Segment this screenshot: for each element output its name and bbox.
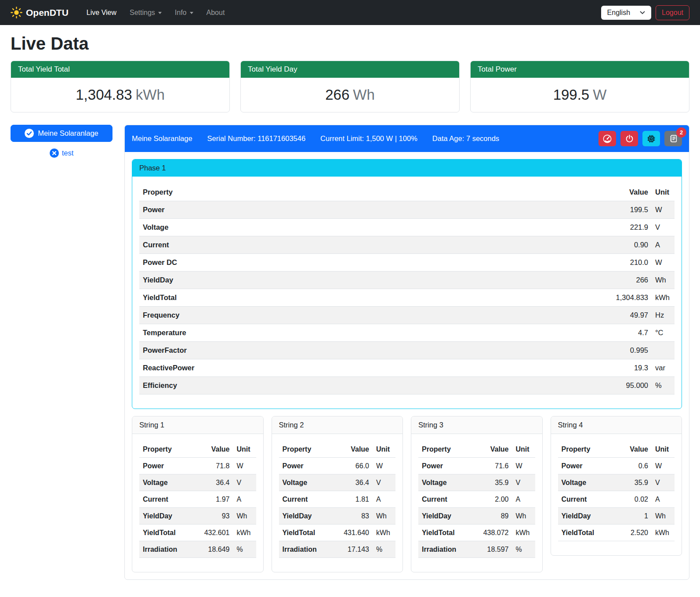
nav-about-label: About <box>207 9 225 16</box>
value-cell: 36.4 <box>331 474 373 491</box>
language-select[interactable]: English <box>601 6 651 20</box>
unit-cell: W <box>512 458 535 474</box>
unit-cell: A <box>233 491 256 508</box>
table-row: PowerFactor0.995 <box>139 342 675 359</box>
value-cell: 71.8 <box>192 458 233 474</box>
unit-cell: V <box>512 474 535 491</box>
column-unit: Unit <box>233 441 256 458</box>
unit-cell: A <box>512 491 535 508</box>
stat-title: Total Yield Day <box>241 61 459 78</box>
value-cell: 93 <box>192 508 233 525</box>
property-cell: YieldTotal <box>139 525 192 541</box>
table-row: Voltage36.4V <box>139 474 256 491</box>
table-header-row: Property Value Unit <box>139 441 256 458</box>
chevron-down-icon <box>640 11 645 14</box>
property-cell: Power <box>279 458 332 474</box>
inverter-data-age: Data Age: 7 seconds <box>432 134 499 143</box>
value-cell: 18.649 <box>192 541 233 558</box>
string-card-2: String 2 Property Value Unit <box>272 416 403 572</box>
property-cell: YieldTotal <box>279 525 332 541</box>
inverter-serial: Serial Number: 116171603546 <box>207 134 306 143</box>
nav-info-label: Info <box>175 9 187 16</box>
language-value: English <box>607 9 630 17</box>
unit-cell: A <box>652 491 675 508</box>
nav-settings[interactable]: Settings <box>123 5 168 20</box>
phase-title: Phase 1 <box>132 159 682 177</box>
stat-card-total-yield-total: Total Yield Total 1,304.83kWh <box>11 61 230 112</box>
unit-cell: V <box>652 219 675 236</box>
value-cell: 1 <box>615 508 652 525</box>
value-cell: 0.995 <box>446 342 652 359</box>
table-row: Irradiation18.649% <box>139 541 256 558</box>
table-row: YieldTotal438.072kWh <box>418 525 535 541</box>
unit-cell: kWh <box>652 289 675 307</box>
column-property: Property <box>558 441 615 458</box>
event-log-button[interactable]: 2 <box>664 131 682 146</box>
column-property: Property <box>418 441 471 458</box>
inverter-item-test[interactable]: test <box>11 148 112 158</box>
column-value: Value <box>615 441 652 458</box>
property-cell: YieldTotal <box>558 525 615 541</box>
column-value: Value <box>446 184 652 201</box>
column-value: Value <box>192 441 233 458</box>
nav-live-view[interactable]: Live View <box>80 5 123 20</box>
property-cell: Current <box>418 491 471 508</box>
nav-info[interactable]: Info <box>168 5 200 20</box>
power-button[interactable] <box>620 131 638 146</box>
unit-cell: kWh <box>373 525 395 541</box>
unit-cell: W <box>652 254 675 271</box>
value-cell: 19.3 <box>446 359 652 377</box>
table-row: YieldDay1Wh <box>558 508 675 525</box>
table-row: Efficiency95.000% <box>139 377 675 394</box>
property-cell: YieldDay <box>139 271 446 289</box>
unit-cell: V <box>373 474 395 491</box>
inverter-select-button[interactable]: Meine Solaranlage <box>11 125 112 142</box>
table-row: Voltage221.9V <box>139 219 675 236</box>
inverter-select-label: Meine Solaranlage <box>38 129 98 137</box>
value-cell: 17.143 <box>331 541 373 558</box>
column-unit: Unit <box>652 441 675 458</box>
property-cell: YieldDay <box>558 508 615 525</box>
sun-icon <box>11 7 22 18</box>
stats-row: Total Yield Total 1,304.83kWh Total Yiel… <box>11 61 689 112</box>
string-title: String 2 <box>272 416 403 434</box>
table-row: Power0.6W <box>558 458 675 474</box>
inverter-card: Meine Solaranlage Serial Number: 1161716… <box>124 125 689 580</box>
property-cell: Power <box>418 458 471 474</box>
value-cell: 2.00 <box>471 491 512 508</box>
unit-cell: W <box>373 458 395 474</box>
table-row: Power DC210.0W <box>139 254 675 271</box>
property-cell: YieldTotal <box>418 525 471 541</box>
unit-cell: % <box>512 541 535 558</box>
value-cell: 35.9 <box>471 474 512 491</box>
logout-button[interactable]: Logout <box>656 5 689 20</box>
nav-about[interactable]: About <box>200 5 232 20</box>
unit-cell: V <box>652 474 675 491</box>
table-row: Voltage35.9V <box>558 474 675 491</box>
limit-settings-button[interactable] <box>598 131 616 146</box>
value-cell: 66.0 <box>331 458 373 474</box>
stat-title: Total Power <box>471 61 689 78</box>
unit-cell: kWh <box>512 525 535 541</box>
nav-settings-label: Settings <box>130 9 155 16</box>
property-cell: Efficiency <box>139 377 446 394</box>
device-info-button[interactable] <box>642 131 660 146</box>
value-cell: 89 <box>471 508 512 525</box>
table-row: YieldDay83Wh <box>279 508 396 525</box>
table-header-row: Property Value Unit <box>279 441 396 458</box>
property-cell: Power <box>558 458 615 474</box>
string-table: Property Value Unit Power66.0WVoltage36.… <box>279 441 396 558</box>
property-cell: Voltage <box>279 474 332 491</box>
string-card-4: String 4 Property Value Unit <box>551 416 682 556</box>
value-cell: 95.000 <box>446 377 652 394</box>
app-brand[interactable]: OpenDTU <box>11 7 69 18</box>
column-unit: Unit <box>373 441 395 458</box>
property-cell: PowerFactor <box>139 342 446 359</box>
power-icon <box>625 134 634 143</box>
unit-cell: W <box>233 458 256 474</box>
property-cell: Power DC <box>139 254 446 271</box>
property-cell: YieldDay <box>418 508 471 525</box>
unit-cell: % <box>233 541 256 558</box>
value-cell: 432.601 <box>192 525 233 541</box>
column-value: Value <box>331 441 373 458</box>
